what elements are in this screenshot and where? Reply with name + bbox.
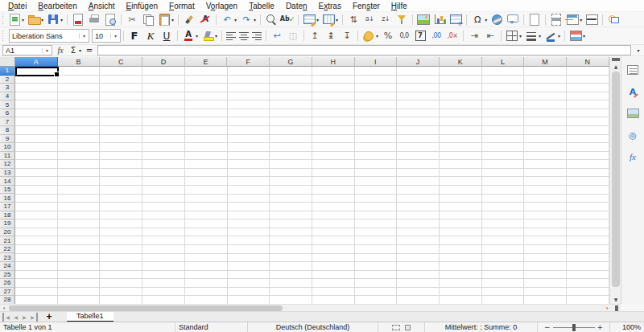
increase-indent[interactable]: ⇥ xyxy=(467,29,481,43)
row-header-23[interactable]: 23 xyxy=(0,253,15,262)
column-header-k[interactable]: K xyxy=(440,57,482,67)
border-style-dropdown-icon[interactable]: ▾ xyxy=(539,33,541,39)
new-document[interactable]: ▾ xyxy=(7,13,25,27)
page-style-status[interactable]: Standard xyxy=(175,322,248,332)
center-vertically[interactable]: ↨ xyxy=(324,29,338,43)
sort-descending[interactable]: z↓ xyxy=(378,13,393,27)
row-header-13[interactable]: 13 xyxy=(0,169,15,178)
italic[interactable]: K xyxy=(143,29,158,43)
first-sheet-button[interactable]: ◀ xyxy=(2,313,11,322)
border-style[interactable]: ▾ xyxy=(524,29,542,43)
insert-image[interactable] xyxy=(416,13,431,27)
font-color[interactable]: ▾ xyxy=(181,29,199,43)
cell-summary-status[interactable]: Mittelwert: ; Summe: 0 xyxy=(425,322,538,332)
format-as-date[interactable] xyxy=(413,29,427,43)
menu-hilfe[interactable]: Hilfe xyxy=(386,0,413,12)
align-center[interactable] xyxy=(238,29,250,43)
undo[interactable]: ↶▾ xyxy=(220,13,237,27)
align-bottom[interactable]: ↧ xyxy=(340,29,354,43)
autofilter[interactable] xyxy=(394,13,409,27)
split-window[interactable] xyxy=(584,13,599,27)
show-draw-functions[interactable] xyxy=(606,13,621,27)
border-color-dropdown-icon[interactable]: ▾ xyxy=(558,33,560,39)
menu-fenster[interactable]: Fenster xyxy=(347,0,386,12)
selected-cell-a1[interactable] xyxy=(15,67,59,76)
zoom-level-status[interactable]: 100% xyxy=(610,322,644,332)
sidebar-navigator-tab[interactable]: ◎ xyxy=(624,125,642,145)
align-top[interactable]: ↥ xyxy=(308,29,322,43)
vertical-scrollbar[interactable]: ▲ ▼ xyxy=(609,57,621,304)
undo-dropdown-icon[interactable]: ▾ xyxy=(234,17,237,23)
define-print-area[interactable] xyxy=(549,13,564,27)
row-header-11[interactable]: 11 xyxy=(0,152,15,161)
insert-chart[interactable] xyxy=(432,13,447,27)
format-as-percent[interactable]: % xyxy=(381,29,395,43)
selection-mode-icon[interactable] xyxy=(392,325,400,330)
column-operations[interactable]: ▾ xyxy=(321,13,339,27)
row-header-2[interactable]: 2 xyxy=(0,76,15,84)
row-header-20[interactable]: 20 xyxy=(0,228,15,237)
column-header-m[interactable]: M xyxy=(524,57,567,67)
sidebar-functions-tab[interactable]: fx xyxy=(624,147,642,166)
column-header-i[interactable]: I xyxy=(355,57,398,67)
open-file[interactable]: ▾ xyxy=(27,13,44,27)
expand-formula-bar-icon[interactable]: ▾ xyxy=(633,45,644,55)
freeze-rows-and-columns[interactable]: ▾ xyxy=(565,13,583,27)
row-header-28[interactable]: 28 xyxy=(0,296,15,304)
conditional-formatting-dropdown-icon[interactable]: ▾ xyxy=(583,33,585,39)
underline[interactable]: U xyxy=(159,29,174,43)
freeze-rows-and-columns-dropdown-icon[interactable]: ▾ xyxy=(580,17,582,23)
row-header-5[interactable]: 5 xyxy=(0,100,15,109)
clone-formatting[interactable] xyxy=(182,13,196,27)
formula-input[interactable] xyxy=(97,45,631,55)
headers-and-footers[interactable] xyxy=(527,13,542,27)
paste-dropdown-icon[interactable]: ▾ xyxy=(171,17,174,23)
row-header-1[interactable]: 1 xyxy=(0,67,15,76)
column-header-f[interactable]: F xyxy=(227,57,270,67)
paste[interactable]: ▾ xyxy=(157,13,175,27)
row-header-6[interactable]: 6 xyxy=(0,109,15,118)
menu-extras[interactable]: Extras xyxy=(313,0,347,12)
sort[interactable]: ⇅ xyxy=(346,13,361,27)
insert-comment[interactable] xyxy=(506,13,520,27)
row-header-9[interactable]: 9 xyxy=(0,135,15,144)
zoom-slider-thumb[interactable] xyxy=(572,324,576,331)
formula[interactable]: = xyxy=(84,45,95,55)
delete-decimal-place[interactable]: ,0× xyxy=(445,29,460,43)
vertical-split-handle[interactable] xyxy=(612,58,620,61)
column-header-b[interactable]: B xyxy=(58,57,101,67)
last-sheet-button[interactable]: ▶ xyxy=(29,313,38,322)
column-operations-dropdown-icon[interactable]: ▾ xyxy=(336,17,338,23)
font-size-dropdown-icon[interactable]: ▾ xyxy=(110,33,120,39)
column-header-g[interactable]: G xyxy=(270,57,312,67)
menu-tabelle[interactable]: Tabelle xyxy=(243,0,280,12)
insert-special-character-dropdown-icon[interactable]: ▾ xyxy=(485,17,487,23)
row-operations[interactable]: ▾ xyxy=(302,13,320,27)
horizontal-split-handle[interactable] xyxy=(615,305,618,311)
cut[interactable]: ✂ xyxy=(125,13,139,27)
row-header-15[interactable]: 15 xyxy=(0,186,15,195)
format-as-currency-dropdown-icon[interactable]: ▾ xyxy=(376,33,378,39)
select-all-corner[interactable] xyxy=(0,57,15,67)
highlighting-color-dropdown-icon[interactable]: ▾ xyxy=(215,33,217,39)
print-preview[interactable] xyxy=(103,13,118,27)
row-header-14[interactable]: 14 xyxy=(0,177,15,186)
row-header-7[interactable]: 7 xyxy=(0,117,15,126)
scroll-up-icon[interactable]: ▲ xyxy=(610,62,621,71)
highlighting-color[interactable]: ▾ xyxy=(200,29,218,43)
previous-sheet-button[interactable]: ◀ xyxy=(11,313,20,322)
sidebar-properties-tab[interactable] xyxy=(624,60,642,80)
clear-formatting[interactable] xyxy=(198,13,213,27)
merge-cells[interactable]: ◫ xyxy=(286,29,300,43)
row-header-8[interactable]: 8 xyxy=(0,126,15,135)
column-header-n[interactable]: N xyxy=(567,57,609,67)
name-box-dropdown-icon[interactable]: ▾ xyxy=(42,47,52,53)
document-modified-icon[interactable] xyxy=(405,325,411,330)
sheet-tab-tabelle1[interactable]: Tabelle1 xyxy=(67,312,114,322)
new-document-dropdown-icon[interactable]: ▾ xyxy=(22,17,24,23)
format-as-currency[interactable]: ▾ xyxy=(361,29,379,43)
toolbar-drag-handle-2[interactable] xyxy=(1,31,5,42)
row-header-18[interactable]: 18 xyxy=(0,211,15,220)
column-header-a[interactable]: A xyxy=(15,57,58,67)
column-header-h[interactable]: H xyxy=(312,57,355,67)
